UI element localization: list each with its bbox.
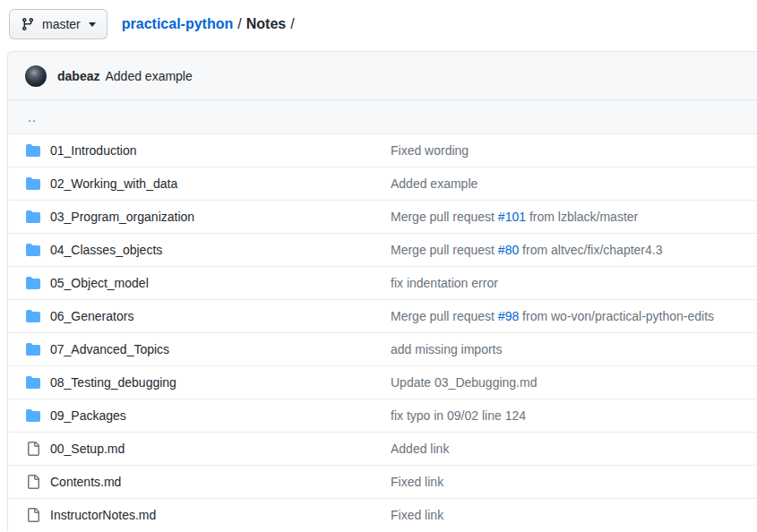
row-type-icon-cell [26,276,40,290]
commit-message-text: Merge pull request [391,243,498,257]
commit-message: Merge pull request #98 from wo-von/pract… [391,309,757,323]
row-type-icon-cell [26,143,40,158]
commit-author-link[interactable]: dabeaz [57,69,99,83]
commit-message-text: from lzblack/master [526,210,638,224]
table-row: 05_Object_model fix indentation error [8,266,757,299]
file-name-link[interactable]: 00_Setup.md [50,442,391,456]
table-row: 03_Program_organization Merge pull reque… [8,200,757,233]
parent-directory-link[interactable]: .. [28,110,37,124]
commit-message-text: Added link [391,442,449,456]
folder-icon [26,408,40,423]
folder-icon [26,309,40,323]
commit-message-text: Added example [391,176,477,191]
row-type-icon-cell [26,442,40,456]
table-row: 02_Working_with_data Added example [8,167,757,200]
row-type-icon-cell [26,243,40,257]
pull-request-link[interactable]: #101 [498,210,526,224]
commit-message-text: Fixed wording [391,143,469,158]
commit-message: Added example [391,176,757,191]
folder-icon [26,143,40,158]
pull-request-link[interactable]: #80 [498,243,519,257]
file-name-link[interactable]: 04_Classes_objects [50,243,391,257]
folder-icon [26,342,40,356]
file-list: 01_Introduction Fixed wording 02_Working… [8,133,757,531]
commit-message: Fixed link [391,475,757,489]
breadcrumb-separator: / [290,16,294,32]
commit-message-text: fix typo in 09/02 line 124 [391,408,526,423]
breadcrumb-current-folder: Notes [246,16,286,32]
breadcrumb-repo-link[interactable]: practical-python [122,16,233,32]
row-type-icon-cell [26,508,40,522]
file-name-link[interactable]: 08_Testing_debugging [50,375,391,390]
git-branch-icon [21,17,35,31]
commit-message: add missing imports [391,342,757,356]
commit-message-text: Merge pull request [391,309,498,323]
commit-message: Fixed wording [391,143,757,158]
row-type-icon-cell [26,475,40,489]
latest-commit-message-link[interactable]: Added example [105,69,192,83]
commit-message: Added link [391,442,757,456]
row-type-icon-cell [26,408,40,423]
file-name-link[interactable]: 02_Working_with_data [50,176,391,191]
table-row: InstructorNotes.md Fixed link [8,498,757,531]
row-type-icon-cell [26,210,40,224]
folder-icon [26,375,40,390]
file-name-link[interactable]: 03_Program_organization [50,210,391,224]
folder-icon [26,210,40,224]
row-type-icon-cell [26,375,40,390]
file-name-link[interactable]: InstructorNotes.md [50,508,391,522]
file-icon [26,442,40,456]
row-type-icon-cell [26,309,40,323]
table-row: 07_Advanced_Topics add missing imports [8,332,757,365]
table-row: 08_Testing_debugging Update 03_Debugging… [8,365,757,399]
branch-selector-button[interactable]: master [9,9,108,39]
commit-message-text: Fixed link [391,475,443,489]
commit-message: Fixed link [391,508,757,522]
breadcrumb-separator: / [237,16,241,32]
file-browser-panel: dabeaz Added example .. 01_Introduction … [7,51,757,531]
table-row: Contents.md Fixed link [8,465,757,498]
pull-request-link[interactable]: #98 [498,309,519,323]
dropdown-caret-icon [89,22,96,27]
commit-message-text: Merge pull request [391,210,498,224]
file-icon [26,475,40,489]
file-name-link[interactable]: 01_Introduction [50,143,391,158]
folder-icon [26,176,40,191]
row-type-icon-cell [26,342,40,356]
commit-message: Update 03_Debugging.md [391,375,757,390]
folder-icon [26,243,40,257]
file-name-link[interactable]: 07_Advanced_Topics [50,342,391,356]
row-type-icon-cell [26,176,40,191]
file-navigation-bar: master practical-python / Notes / [9,9,757,39]
commit-message-text: fix indentation error [391,276,498,290]
file-name-link[interactable]: 06_Generators [50,309,391,323]
folder-icon [26,276,40,290]
commit-message-text: from altvec/fix/chapter4.3 [519,243,662,257]
file-icon [26,508,40,522]
table-row: 04_Classes_objects Merge pull request #8… [8,233,757,266]
current-branch-label: master [42,17,81,31]
commit-message-text: Update 03_Debugging.md [391,375,537,390]
latest-commit-header: dabeaz Added example [8,52,757,100]
commit-message: Merge pull request #101 from lzblack/mas… [391,210,757,224]
commit-message-text: Fixed link [391,508,443,522]
file-name-link[interactable]: Contents.md [50,475,391,489]
file-name-link[interactable]: 09_Packages [50,408,391,423]
table-row: 09_Packages fix typo in 09/02 line 124 [8,399,757,432]
commit-message: fix typo in 09/02 line 124 [391,408,757,423]
user-avatar[interactable] [25,65,47,87]
commit-message-text: from wo-von/practical-python-edits [519,309,714,323]
table-row: 06_Generators Merge pull request #98 fro… [8,299,757,332]
table-row: 01_Introduction Fixed wording [8,133,757,167]
parent-directory-row: .. [8,100,757,133]
breadcrumb: practical-python / Notes / [122,16,295,32]
commit-message: fix indentation error [391,276,757,290]
commit-message-text: add missing imports [391,342,503,356]
commit-message: Merge pull request #80 from altvec/fix/c… [391,243,757,257]
table-row: 00_Setup.md Added link [8,432,757,465]
file-name-link[interactable]: 05_Object_model [50,276,391,290]
